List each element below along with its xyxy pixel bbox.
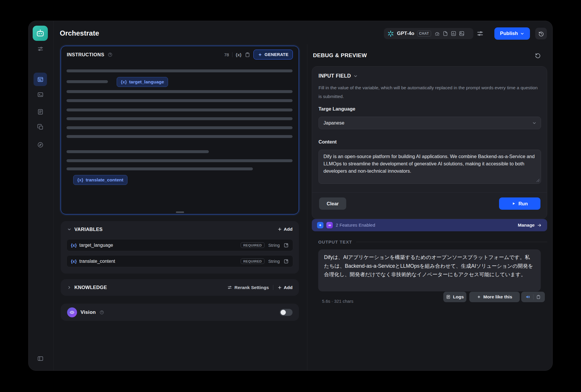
arrow-right-icon	[537, 223, 542, 228]
run-button[interactable]: Run	[499, 197, 540, 210]
language-select[interactable]: Japanese	[318, 117, 541, 129]
logs-button[interactable]: Logs	[443, 292, 466, 302]
chevron-down-icon[interactable]	[67, 227, 71, 232]
add-label: Add	[284, 285, 293, 290]
prompt-editor-icon[interactable]	[34, 73, 47, 86]
speaker-icon[interactable]	[525, 294, 531, 300]
chevron-down-icon	[532, 121, 537, 125]
skeleton-line	[66, 90, 293, 93]
vision-label: Vision	[80, 309, 96, 315]
chevron-down-icon[interactable]	[353, 74, 358, 78]
field-edit-icon[interactable]	[284, 259, 289, 264]
rerank-sliders-icon	[227, 285, 232, 290]
skeleton-line	[66, 150, 209, 153]
logs-icon	[446, 295, 451, 299]
model-name: GPT-4o	[397, 31, 414, 36]
required-badge: REQUIRED	[241, 242, 265, 248]
skeleton-line	[66, 135, 293, 138]
copy-icon[interactable]	[34, 120, 47, 134]
more-like-this-button[interactable]: More like this	[469, 292, 520, 302]
content-input[interactable]: Dify is an open-source platform for buil…	[318, 150, 541, 184]
file-icon	[442, 31, 448, 36]
variable-row[interactable]: {x} translate_content REQUIRED String	[66, 255, 293, 267]
app-logo[interactable]	[33, 26, 48, 41]
card-divider	[312, 192, 547, 192]
skeleton-line	[66, 167, 253, 170]
equalizer-icon	[451, 31, 456, 36]
openai-logo-icon	[387, 30, 394, 37]
manage-label: Manage	[518, 223, 535, 228]
rerank-settings-button[interactable]: Rerank Settings	[227, 285, 269, 290]
add-knowledge-button[interactable]: Add	[277, 285, 293, 290]
knowledge-panel: KNOWLEDGE Rerank Settings Add	[61, 279, 299, 296]
restart-icon[interactable]	[534, 51, 542, 60]
input-field-title: INPUT FIELD	[318, 73, 351, 79]
section-rule	[356, 242, 547, 242]
help-icon[interactable]	[108, 52, 113, 57]
terminal-icon[interactable]	[34, 88, 47, 101]
help-icon[interactable]	[99, 310, 104, 315]
skeleton-line	[66, 69, 293, 72]
run-label: Run	[518, 201, 528, 206]
generate-label: GENERATE	[265, 52, 288, 57]
skeleton-line	[66, 159, 293, 162]
variable-symbol: {x}	[71, 259, 77, 264]
chevron-down-icon	[520, 32, 524, 36]
content-label: Content	[318, 139, 337, 145]
skeleton-line	[66, 117, 293, 120]
toggle-knob	[281, 310, 286, 315]
more-like-this-feature-icon	[317, 222, 323, 228]
clear-button[interactable]: Clear	[319, 197, 346, 210]
rerank-label: Rerank Settings	[235, 285, 269, 290]
manage-features-button[interactable]: Manage	[518, 223, 542, 228]
tts-feature-icon	[326, 222, 333, 228]
logs-label: Logs	[453, 294, 464, 300]
variable-chip-translate-content[interactable]: {x} translate_content	[73, 175, 127, 185]
collapse-sidebar-icon[interactable]	[34, 352, 47, 365]
chevron-right-icon[interactable]	[67, 285, 71, 290]
resize-handle-icon[interactable]	[536, 179, 540, 182]
variable-row[interactable]: {x} target_language REQUIRED String	[66, 239, 293, 251]
variable-symbol: {x}	[71, 243, 77, 248]
language-label: Targe Language	[318, 106, 355, 112]
skeleton-line	[66, 99, 293, 102]
notes-icon[interactable]	[34, 105, 47, 118]
vision-toggle[interactable]	[280, 309, 293, 316]
variable-chip-target-language[interactable]: {x} target_language	[117, 77, 168, 87]
settings-sliders-icon[interactable]	[34, 42, 47, 55]
output-section-label: OUTPUT TEXT	[318, 239, 352, 244]
history-icon	[538, 31, 544, 37]
prompt-editor[interactable]: {x} target_language {x} translate_conten…	[61, 63, 299, 214]
clipboard-icon[interactable]	[245, 52, 250, 57]
gauge-icon	[434, 31, 440, 36]
button-separator	[533, 294, 533, 300]
add-variable-button[interactable]: Add	[277, 227, 293, 232]
model-selector[interactable]: GPT-4o CHAT	[384, 28, 473, 39]
eye-icon	[67, 307, 77, 317]
explore-compass-icon[interactable]	[34, 138, 47, 151]
insert-variable-icon[interactable]: {x}	[236, 52, 242, 57]
generate-button[interactable]: GENERATE	[253, 50, 293, 60]
resize-drag-handle[interactable]	[176, 211, 184, 213]
more-like-this-label: More like this	[483, 294, 512, 300]
knowledge-title: KNOWLEDGE	[74, 285, 107, 290]
skeleton-line	[66, 80, 108, 83]
required-badge: REQUIRED	[241, 258, 265, 264]
field-edit-icon[interactable]	[284, 243, 289, 248]
skeleton-line	[66, 108, 293, 111]
variable-chip-label: translate_content	[86, 177, 123, 183]
instructions-panel: INSTRUCTIONS 78 {x}	[61, 46, 299, 214]
publish-button[interactable]: Publish	[494, 27, 530, 40]
features-bar[interactable]: 2 Features Enabled Manage	[312, 219, 547, 231]
variables-panel: VARIABLES Add {x} target_language REQUIR…	[61, 221, 299, 274]
app-window: Orchestrate GPT-4o CHAT	[28, 21, 553, 371]
variable-chip-label: target_language	[129, 79, 164, 85]
output-meta: 5.6s · 321 chars	[322, 299, 354, 304]
page-title: Orchestrate	[60, 29, 99, 37]
variable-name: target_language	[79, 243, 113, 248]
history-button[interactable]	[535, 28, 547, 39]
variable-name: translate_content	[79, 259, 115, 264]
copy-output-icon[interactable]	[536, 295, 541, 299]
play-icon	[512, 202, 516, 206]
model-params-icon[interactable]	[476, 29, 484, 38]
